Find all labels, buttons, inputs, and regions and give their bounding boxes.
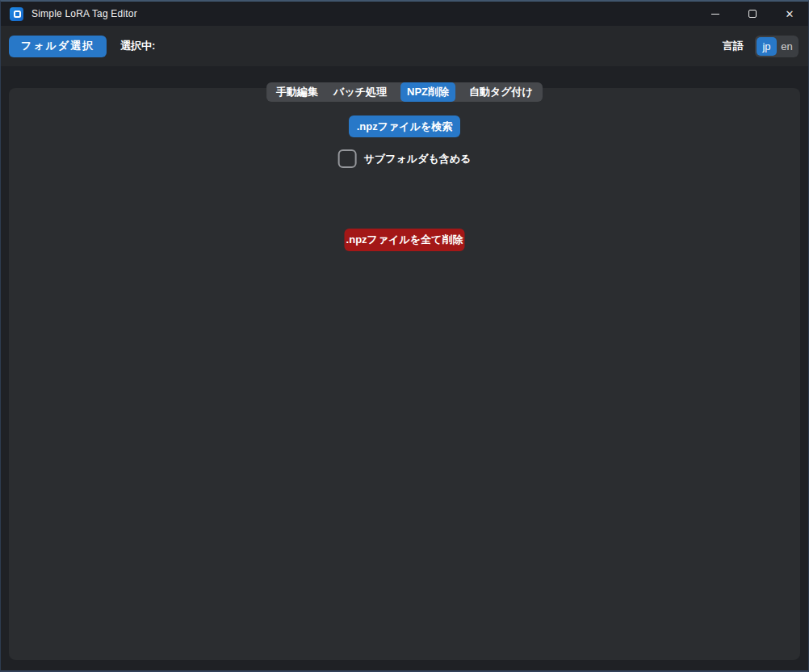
selection-label: 選択中: (120, 39, 155, 53)
app-icon-inner-frame (14, 10, 21, 18)
window-controls: ✕ (697, 2, 808, 26)
close-icon: ✕ (786, 9, 794, 19)
folder-select-button[interactable]: フォルダ選択 (9, 36, 107, 57)
minimize-button[interactable] (697, 2, 734, 26)
include-subfolders-row: サブフォルダも含める (338, 149, 472, 168)
tab-bar: 手動編集 バッチ処理 NPZ削除 自動タグ付け (266, 82, 543, 102)
language-switcher: jp en (755, 36, 799, 57)
app-window: Simple LoRA Tag Editor ✕ フォルダ選択 選択中: 言語 … (0, 0, 809, 672)
maximize-button[interactable] (734, 2, 771, 26)
app-icon (10, 7, 23, 21)
include-subfolders-label: サブフォルダも含める (364, 152, 472, 166)
language-group: 言語 jp en (723, 36, 808, 57)
minimize-icon (711, 14, 719, 15)
npz-delete-all-button[interactable]: .npzファイルを全て削除 (345, 229, 465, 251)
titlebar: Simple LoRA Tag Editor ✕ (1, 2, 808, 26)
tab-manual-edit[interactable]: 手動編集 (275, 82, 320, 102)
language-option-jp[interactable]: jp (757, 37, 777, 56)
npz-search-button[interactable]: .npzファイルを検索 (349, 116, 460, 137)
tab-batch-process[interactable]: バッチ処理 (332, 82, 388, 102)
include-subfolders-checkbox[interactable] (338, 149, 357, 168)
content-panel (9, 88, 800, 660)
toolbar: フォルダ選択 選択中: 言語 jp en (1, 26, 808, 66)
close-button[interactable]: ✕ (771, 2, 808, 26)
window-title: Simple LoRA Tag Editor (31, 8, 137, 19)
tab-auto-tagging[interactable]: 自動タグ付け (467, 82, 534, 102)
maximize-icon (748, 10, 757, 18)
language-option-en[interactable]: en (777, 37, 797, 56)
tab-npz-delete[interactable]: NPZ削除 (400, 82, 455, 102)
language-label: 言語 (723, 39, 744, 53)
